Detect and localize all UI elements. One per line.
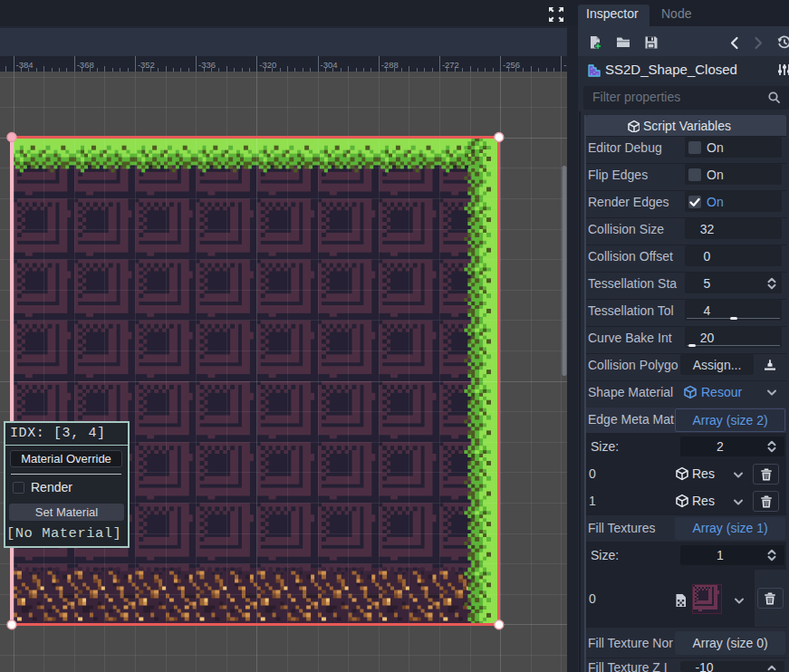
svg-text:-352: -352 <box>138 60 155 70</box>
svg-text:-384: -384 <box>16 60 34 70</box>
svg-text:-336: -336 <box>198 60 216 70</box>
svg-text:-272: -272 <box>442 60 459 70</box>
svg-text:-368: -368 <box>77 60 94 70</box>
svg-text:-304: -304 <box>321 60 338 70</box>
svg-text:-320: -320 <box>259 60 276 70</box>
svg-text:-288: -288 <box>381 60 399 70</box>
svg-text:-256: -256 <box>503 60 520 70</box>
